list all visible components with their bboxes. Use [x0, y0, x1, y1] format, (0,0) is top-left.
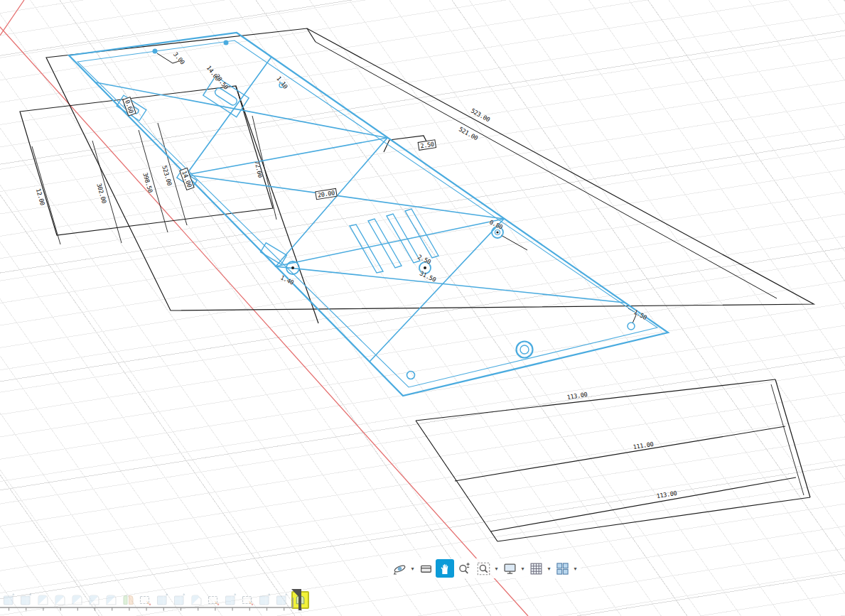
- dimension-label[interactable]: 31.50: [419, 269, 437, 283]
- timeline-feature-extrude-icon[interactable]: [155, 593, 170, 607]
- dimension-label[interactable]: 12.00: [35, 188, 46, 206]
- dimension-label[interactable]: 1.40: [279, 274, 295, 286]
- timeline-feature-chamfer-icon[interactable]: [189, 593, 204, 607]
- fit-icon: [477, 562, 490, 576]
- pan-icon: [438, 562, 452, 576]
- dimension-label[interactable]: 398.50: [141, 172, 154, 194]
- dropdown-caret-icon[interactable]: ▾: [409, 566, 416, 572]
- dimension-label[interactable]: 2.50: [418, 139, 437, 151]
- zoom-icon: [458, 562, 471, 576]
- timeline-feature-fillet-icon[interactable]: [36, 593, 50, 607]
- grid-display-icon: [529, 562, 543, 576]
- timeline-feature-extrude-icon[interactable]: [1, 593, 16, 607]
- timeline-feature-sketch-icon[interactable]: [240, 593, 255, 607]
- timeline-feature-extrude-icon[interactable]: [274, 593, 289, 607]
- dimension-label[interactable]: 2.50: [416, 253, 432, 265]
- tool-grid-display-button[interactable]: [527, 559, 545, 578]
- viewport-canvas[interactable]: 3.0014.0028.501.100.60523.00521.0012.003…: [0, 0, 845, 616]
- orbit-icon: [393, 562, 407, 576]
- navigation-toolbar: ▾▾▾▾▾: [388, 558, 581, 578]
- tool-pan-button[interactable]: [436, 559, 454, 578]
- timeline-feature-extrude-icon[interactable]: [223, 593, 238, 607]
- tool-fit-button[interactable]: [474, 559, 493, 578]
- tool-look-at-button[interactable]: [416, 559, 435, 578]
- dimension-label[interactable]: 523.00: [161, 165, 173, 187]
- tool-orbit-button[interactable]: [390, 559, 409, 578]
- dimension-label[interactable]: 113.00: [656, 490, 677, 499]
- dropdown-caret-icon[interactable]: ▾: [572, 566, 578, 572]
- dropdown-caret-icon[interactable]: ▾: [493, 566, 500, 572]
- dimension-label[interactable]: 20.00: [315, 188, 338, 200]
- display-settings-icon: [503, 562, 517, 576]
- dimension-label[interactable]: 302.00: [95, 183, 108, 205]
- timeline-feature-fillet-icon[interactable]: [104, 593, 119, 607]
- dropdown-caret-icon[interactable]: ▾: [546, 566, 552, 572]
- dimension-label[interactable]: 523.00: [470, 107, 491, 124]
- timeline-feature-split-icon[interactable]: [121, 593, 136, 607]
- dimension-label[interactable]: 0.60: [122, 97, 136, 117]
- timeline-playhead-marker[interactable]: [291, 589, 302, 611]
- tool-zoom-button[interactable]: [455, 559, 473, 578]
- dimension-label[interactable]: 111.00: [633, 441, 654, 450]
- timeline-feature-extrude-icon[interactable]: [18, 593, 33, 607]
- timeline-feature-extrude-icon[interactable]: [257, 593, 272, 607]
- design-timeline: [1, 591, 309, 609]
- dimension-label[interactable]: 521.00: [458, 126, 479, 142]
- viewports-icon: [556, 562, 569, 576]
- dimension-label[interactable]: 72.00: [253, 160, 264, 178]
- dropdown-caret-icon[interactable]: ▾: [520, 566, 526, 572]
- dimension-label[interactable]: 3.00: [172, 50, 186, 65]
- dimension-label[interactable]: 1.50: [633, 308, 648, 321]
- look-at-icon: [419, 562, 433, 576]
- tool-viewports-button[interactable]: [553, 559, 571, 578]
- timeline-feature-extrude-icon[interactable]: [172, 593, 187, 607]
- timeline-feature-fillet-icon[interactable]: [87, 593, 102, 607]
- dimension-label[interactable]: 14.00: [179, 168, 195, 190]
- dimension-labels-layer: 3.0014.0028.501.100.60523.00521.0012.003…: [0, 0, 845, 616]
- timeline-feature-sketch-icon[interactable]: [138, 593, 153, 607]
- dimension-label[interactable]: 113.00: [566, 391, 588, 401]
- timeline-feature-fillet-icon[interactable]: [53, 593, 68, 607]
- timeline-feature-fillet-icon[interactable]: [70, 593, 85, 607]
- dimension-label[interactable]: 1.10: [275, 75, 289, 90]
- tool-display-settings-button[interactable]: [500, 559, 519, 578]
- dimension-label[interactable]: 0.80: [488, 218, 504, 230]
- timeline-feature-sketch-icon[interactable]: [206, 593, 221, 607]
